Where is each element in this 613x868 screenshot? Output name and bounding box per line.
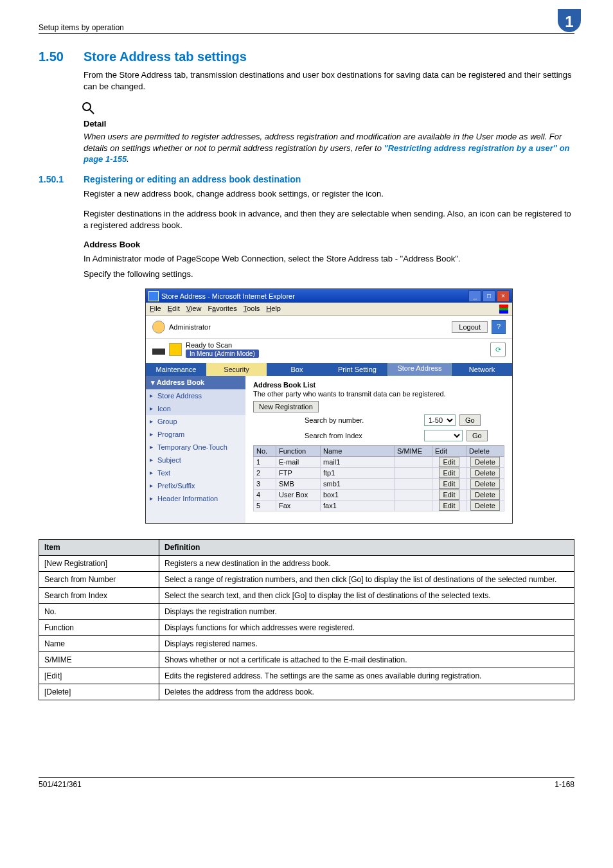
definition-table: Item Definition [New Registration]Regist… <box>39 539 574 700</box>
pane-subtext: The other party who wants to transmit da… <box>253 390 504 398</box>
edit-button[interactable]: Edit <box>439 490 460 500</box>
section-number: 1.50 <box>39 49 84 64</box>
tab-security[interactable]: Security <box>206 363 267 376</box>
sidebar-item-temporary[interactable]: Temporary One-Touch <box>146 441 245 454</box>
printer-icon <box>152 344 165 355</box>
ie-throbber-icon <box>499 305 508 314</box>
edit-button[interactable]: Edit <box>439 457 460 467</box>
section-intro: From the Store Address tab, transmission… <box>84 69 574 92</box>
window-titlebar: Store Address - Microsoft Internet Explo… <box>146 289 512 303</box>
tab-maintenance[interactable]: Maintenance <box>146 363 206 376</box>
def-item: Search from Number <box>39 571 159 587</box>
col-function: Function <box>276 445 321 456</box>
table-row: 5Faxfax1EditDelete <box>254 500 504 511</box>
subsection-number: 1.50.1 <box>39 174 84 184</box>
table-row: 1E-mailmail1EditDelete <box>254 456 504 467</box>
tab-network[interactable]: Network <box>452 363 512 376</box>
sidebar-head: ▾ Address Book <box>146 376 245 389</box>
pane-heading: Address Book List <box>253 381 504 389</box>
main-tabs: Maintenance Security Box Print Setting S… <box>146 363 512 376</box>
footer-right: 1-168 <box>555 780 574 789</box>
edit-button[interactable]: Edit <box>439 479 460 489</box>
search-from-index-label: Search from Index <box>253 432 420 439</box>
table-row: 3SMBsmb1EditDelete <box>254 478 504 489</box>
delete-button[interactable]: Delete <box>470 457 500 467</box>
sidebar-item-store-address[interactable]: Store Address <box>146 389 245 402</box>
def-text: Displays the registration number. <box>159 603 574 619</box>
menu-file[interactable]: File <box>150 305 161 314</box>
def-text: Edits the registered address. The settin… <box>159 668 574 684</box>
new-registration-button[interactable]: New Registration <box>253 401 319 412</box>
sidebar-item-program[interactable]: Program <box>146 428 245 441</box>
def-item: No. <box>39 603 159 619</box>
menu-tools[interactable]: Tools <box>244 305 260 314</box>
subsection-p1: Register a new address book, change addr… <box>84 188 574 200</box>
maximize-button[interactable]: □ <box>483 290 495 302</box>
ie-icon <box>148 291 159 301</box>
search-by-number-label: Search by number. <box>253 416 420 424</box>
sidebar-item-subject[interactable]: Subject <box>146 454 245 466</box>
delete-button[interactable]: Delete <box>470 500 500 511</box>
def-item: Search from Index <box>39 587 159 603</box>
delete-button[interactable]: Delete <box>470 490 500 500</box>
sidebar-item-text[interactable]: Text <box>146 466 245 479</box>
sidebar-item-icon[interactable]: Icon <box>146 402 245 415</box>
address-book-heading: Address Book <box>84 240 574 249</box>
admin-label: Administrator <box>169 323 211 331</box>
close-button[interactable]: × <box>497 290 510 302</box>
col-edit: Edit <box>432 445 466 456</box>
col-no: No. <box>254 445 276 456</box>
status-ready: Ready to Scan <box>186 341 259 349</box>
admin-icon <box>152 321 165 333</box>
search-by-number-select[interactable]: 1-50 <box>424 414 456 426</box>
search-from-index-select[interactable] <box>424 430 463 441</box>
logout-button[interactable]: Logout <box>452 321 488 333</box>
def-text: Shows whether or not a certificate is at… <box>159 651 574 668</box>
tab-print-setting[interactable]: Print Setting <box>327 363 387 376</box>
menu-view[interactable]: View <box>186 305 202 314</box>
col-smime: S/MIME <box>395 445 432 456</box>
def-item: S/MIME <box>39 651 159 668</box>
sidebar-item-group[interactable]: Group <box>146 415 245 428</box>
def-text: Displays functions for which addresses w… <box>159 619 574 635</box>
delete-button[interactable]: Delete <box>470 468 500 478</box>
menu-favorites[interactable]: Favorites <box>208 305 236 314</box>
sidebar-item-header-info[interactable]: Header Information <box>146 492 245 505</box>
def-item: Name <box>39 635 159 651</box>
edit-button[interactable]: Edit <box>439 500 460 511</box>
subsection-p4: Specify the following settings. <box>84 269 574 280</box>
def-item: Function <box>39 619 159 635</box>
search-from-index-go[interactable]: Go <box>466 430 488 441</box>
toner-icon <box>169 343 182 356</box>
def-head-item: Item <box>39 539 159 555</box>
def-head-definition: Definition <box>159 539 574 555</box>
refresh-icon[interactable]: ⟳ <box>490 342 506 357</box>
menu-help[interactable]: Help <box>266 305 281 314</box>
tab-store-address[interactable]: Store Address <box>387 363 452 376</box>
delete-button[interactable]: Delete <box>470 479 500 489</box>
running-header: Setup items by operation <box>39 23 124 32</box>
search-by-number-go[interactable]: Go <box>459 414 481 426</box>
detail-body: When users are permitted to register add… <box>84 131 574 165</box>
edit-button[interactable]: Edit <box>439 468 460 478</box>
address-table: No. Function Name S/MIME Edit Delete 1E-… <box>253 445 504 511</box>
def-text: Select a range of registration numbers, … <box>159 571 574 587</box>
col-delete: Delete <box>466 445 504 456</box>
subsection-p3: In Administrator mode of PageScope Web C… <box>84 253 574 265</box>
window-title: Store Address - Microsoft Internet Explo… <box>161 292 295 300</box>
def-item: [Edit] <box>39 668 159 684</box>
def-text: Registers a new destination in the addre… <box>159 555 574 571</box>
svg-line-1 <box>90 110 94 114</box>
subsection-p2: Register destinations in the address boo… <box>84 208 574 231</box>
sidebar-item-prefix-suffix[interactable]: Prefix/Suffix <box>146 479 245 492</box>
browser-menubar: File Edit View Favorites Tools Help <box>146 303 512 316</box>
app-screenshot: Store Address - Microsoft Internet Explo… <box>145 288 513 523</box>
def-text: Deletes the address from the address boo… <box>159 684 574 700</box>
menu-edit[interactable]: Edit <box>168 305 180 314</box>
help-icon[interactable]: ? <box>492 320 506 334</box>
minimize-button[interactable]: _ <box>468 290 481 302</box>
tab-box[interactable]: Box <box>267 363 327 376</box>
table-row: 2FTPftp1EditDelete <box>254 467 504 478</box>
table-row: 4User Boxbox1EditDelete <box>254 489 504 500</box>
col-name: Name <box>321 445 395 456</box>
